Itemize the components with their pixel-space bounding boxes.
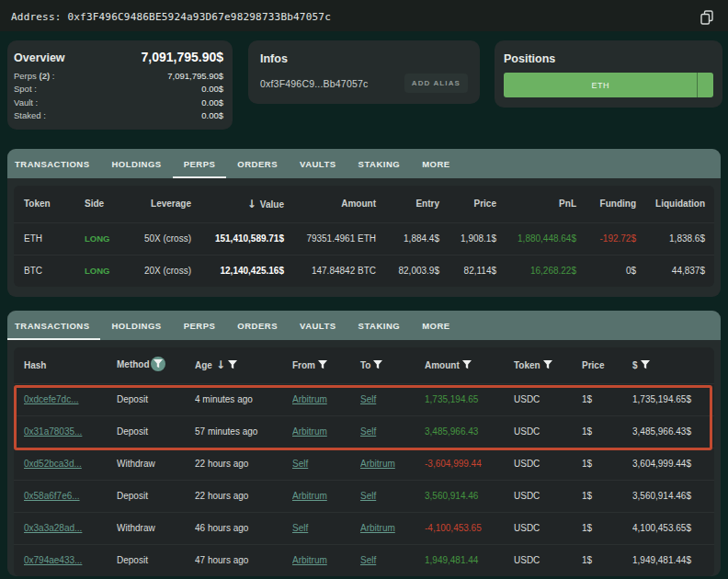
cell-price: 1$ <box>582 383 632 415</box>
cell-method: Deposit <box>117 544 195 576</box>
cell-price: 1$ <box>582 448 632 480</box>
col-price[interactable]: Price <box>582 347 632 383</box>
tab-staking[interactable]: STAKING <box>347 149 412 178</box>
cell-hash[interactable]: 0x3a3a28ad... <box>14 512 117 544</box>
col-token[interactable]: Token <box>514 347 582 383</box>
col-hash[interactable]: Hash <box>14 347 117 383</box>
add-alias-button[interactable]: ADD ALIAS <box>404 74 468 93</box>
col-entry[interactable]: Entry <box>383 186 447 222</box>
tab-perps[interactable]: PERPS <box>173 149 227 178</box>
tx-row: 0x794ae433...Deposit47 hours agoArbitrum… <box>14 544 714 576</box>
tab-transactions[interactable]: TRANSACTIONS <box>7 311 100 340</box>
overview-total: 7,091,795.90$ <box>141 50 223 64</box>
cell-token: USDC <box>514 383 582 415</box>
cell-hash[interactable]: 0x794ae433... <box>14 544 117 576</box>
tab-perps[interactable]: PERPS <box>173 311 227 340</box>
tx-row: 0xdcefe7dc...Deposit4 minutes agoArbitru… <box>14 383 714 415</box>
filter-icon-age[interactable] <box>228 360 237 369</box>
cell-entry: 1,884.4$ <box>383 222 447 255</box>
short-address: 0xf3F496C9...Bb47057c <box>260 78 368 89</box>
tab-holdings[interactable]: HOLDINGS <box>100 311 172 340</box>
cell-from[interactable]: Arbitrum <box>292 544 360 576</box>
tab-more[interactable]: MORE <box>411 149 461 178</box>
cell-from[interactable]: Arbitrum <box>292 480 360 512</box>
filter-icon-method[interactable] <box>151 357 165 371</box>
tx-row: 0x31a78035...Deposit57 minutes agoArbitr… <box>14 415 714 448</box>
copy-icon[interactable] <box>699 9 715 26</box>
stat-label: Perps (2) : <box>14 70 54 83</box>
cell-hash[interactable]: 0x31a78035... <box>14 415 117 448</box>
overview-card: Overview 7,091,795.90$ Perps (2) :7,091,… <box>7 40 233 130</box>
tab-more[interactable]: MORE <box>411 311 461 340</box>
address-text: Address: 0xf3F496C9486BE5924a93D67e98298… <box>11 11 331 23</box>
cell-age: 22 hours ago <box>195 448 292 480</box>
cell-amount: 1,949,481.44 <box>425 544 514 576</box>
filter-icon-from[interactable] <box>318 360 327 369</box>
col-method[interactable]: Method <box>117 347 195 383</box>
stat-value: 0.00$ <box>201 96 223 109</box>
tab-vaults[interactable]: VAULTS <box>289 149 347 178</box>
filter-icon-to[interactable] <box>373 360 382 369</box>
cell-to[interactable]: Self <box>360 383 425 415</box>
col-price[interactable]: Price <box>447 186 504 222</box>
col-to[interactable]: To <box>360 347 425 383</box>
cell-from[interactable]: Self <box>292 512 360 544</box>
cell-$: 1,735,194.65$ <box>632 383 714 415</box>
col-pnl[interactable]: PnL <box>504 186 584 222</box>
filter-icon-amount[interactable] <box>462 360 472 369</box>
sort-desc-icon: ↓ <box>247 198 260 210</box>
col-funding[interactable]: Funding <box>584 186 643 222</box>
filter-icon-token[interactable] <box>543 360 552 369</box>
transactions-table: HashMethodAge ↓FromToAmountTokenPrice$0x… <box>14 347 714 576</box>
transactions-section: TRANSACTIONSHOLDINGSPERPSORDERSVAULTSSTA… <box>7 311 721 576</box>
col-liquidation[interactable]: Liquidation <box>643 186 714 222</box>
col-$[interactable]: $ <box>632 347 714 383</box>
tab-orders[interactable]: ORDERS <box>226 311 289 340</box>
cell-leverage: 20X (cross) <box>125 255 199 287</box>
cell-from[interactable]: Arbitrum <box>292 415 360 448</box>
cell-to[interactable]: Self <box>360 480 425 512</box>
stat-label: Vault : <box>14 96 38 109</box>
cell-entry: 82,003.9$ <box>383 255 447 287</box>
col-leverage[interactable]: Leverage <box>125 186 199 222</box>
stat-value: 7,091,795.90$ <box>167 70 223 83</box>
cell-to[interactable]: Arbitrum <box>360 448 425 480</box>
tab-holdings[interactable]: HOLDINGS <box>100 149 172 178</box>
col-amount[interactable]: Amount <box>291 186 383 222</box>
perps-table: TokenSideLeverage↓ ValueAmountEntryPrice… <box>14 186 714 287</box>
stat-label: Spot : <box>14 83 37 96</box>
cell-hash[interactable]: 0xdcefe7dc... <box>14 383 117 415</box>
position-segment-eth[interactable]: ETH <box>504 73 697 97</box>
tab-vaults[interactable]: VAULTS <box>289 311 347 340</box>
col-age[interactable]: Age ↓ <box>195 347 292 383</box>
cell-price: 1$ <box>582 415 632 448</box>
col-from[interactable]: From <box>292 347 360 383</box>
perps-row: BTCLONG20X (cross)12,140,425.16$147.8484… <box>14 255 714 287</box>
cell-amount: -4,100,453.65 <box>425 512 514 544</box>
cell-side: LONG <box>85 255 125 287</box>
cell-age: 4 minutes ago <box>195 383 292 415</box>
cell-from[interactable]: Self <box>292 448 360 480</box>
cell-price: 1$ <box>582 480 632 512</box>
cell-to[interactable]: Self <box>360 415 425 448</box>
col-side[interactable]: Side <box>85 186 125 222</box>
col-token[interactable]: Token <box>14 186 85 222</box>
perps-row: ETHLONG50X (cross)151,410,589.71$79351.4… <box>14 222 714 255</box>
cell-age: 46 hours ago <box>195 512 292 544</box>
sort-desc-icon: ↓ <box>212 358 225 371</box>
cell-to[interactable]: Self <box>360 544 425 576</box>
cell-hash[interactable]: 0x58a6f7e6... <box>14 480 117 512</box>
col-value[interactable]: ↓ Value <box>199 186 291 222</box>
filter-icon-$[interactable] <box>641 360 650 369</box>
cell-to[interactable]: Arbitrum <box>360 512 425 544</box>
tab-staking[interactable]: STAKING <box>347 311 412 340</box>
positions-bar: ETH <box>504 73 713 97</box>
cell-from[interactable]: Arbitrum <box>292 383 360 415</box>
cell-hash[interactable]: 0xd52bca3d... <box>14 448 117 480</box>
cell-amount: 147.84842 BTC <box>291 255 383 287</box>
perps-header-row: TokenSideLeverage↓ ValueAmountEntryPrice… <box>14 186 714 222</box>
position-segment[interactable] <box>697 73 713 97</box>
tab-orders[interactable]: ORDERS <box>226 149 289 178</box>
tab-transactions[interactable]: TRANSACTIONS <box>7 149 100 178</box>
col-amount[interactable]: Amount <box>425 347 514 383</box>
